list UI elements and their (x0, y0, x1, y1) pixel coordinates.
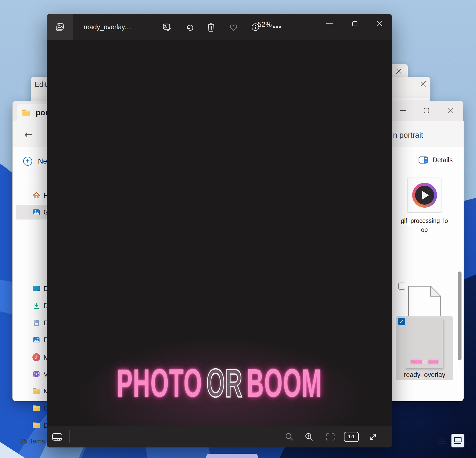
maximize-icon[interactable] (421, 105, 432, 116)
minimize-icon[interactable] (397, 105, 408, 116)
documents-icon (32, 319, 40, 327)
close-icon[interactable] (394, 66, 404, 76)
list-view-button[interactable] (438, 437, 446, 444)
back-button[interactable]: ← (22, 128, 35, 141)
gallery-icon (32, 208, 40, 216)
photos-title: ready_overlay.... (84, 14, 132, 40)
divider (69, 430, 70, 443)
close-icon[interactable] (418, 79, 428, 89)
photos-app-window[interactable]: ready_overlay.... (47, 14, 392, 447)
zoom-in-button[interactable] (301, 426, 317, 447)
desktop-icon (32, 285, 40, 293)
close-button[interactable] (367, 14, 392, 34)
folder-icon (32, 404, 40, 412)
folder-icon (22, 109, 30, 117)
image-viewport[interactable]: PHOTOORBOOM (47, 40, 392, 426)
file-name: gif_processing_lo op (390, 216, 459, 234)
file-manifest-checkbox[interactable] (398, 283, 405, 290)
zoom-level: 52% (258, 14, 272, 35)
edit-image-button[interactable] (159, 14, 175, 40)
fullscreen-button[interactable] (365, 426, 381, 447)
music-icon: ♪ (32, 353, 40, 361)
videos-icon (32, 370, 40, 378)
details-button[interactable]: Details (419, 156, 453, 164)
zoom-out-button[interactable] (281, 426, 297, 447)
file-ready-checkbox[interactable]: ✓ (398, 318, 405, 325)
play-icon (412, 183, 437, 208)
file-name[interactable]: ready_overlay (396, 371, 453, 379)
status-items-count: 35 items (20, 437, 45, 445)
details-pane-icon (419, 156, 428, 164)
delete-button[interactable] (203, 14, 219, 40)
overlay-image-text: PHOTOORBOOM (116, 363, 323, 403)
actual-size-button[interactable]: 1:1 (343, 426, 359, 447)
plus-icon: + (23, 157, 32, 166)
edit-window-title: Edit (35, 80, 47, 89)
favorite-heart-icon[interactable] (226, 14, 241, 40)
rotate-button[interactable] (182, 14, 197, 40)
folder-icon (32, 421, 40, 429)
divider (363, 430, 363, 443)
fit-to-window-button[interactable] (322, 426, 338, 447)
thumbnail-overlay-text: PHOTO OR BOOM (411, 360, 437, 365)
downloads-icon (32, 302, 40, 310)
file-gif-thumbnail[interactable] (407, 178, 441, 213)
pictures-icon (32, 336, 40, 344)
file-ready-overlay-tile[interactable]: PHOTO OR BOOM ✓ ready_overlay (396, 316, 453, 380)
address-path[interactable]: n portrait (393, 131, 423, 140)
home-icon (32, 192, 40, 199)
filmstrip-toggle-button[interactable] (49, 426, 65, 447)
thumbnail-view-button-selected[interactable] (451, 434, 464, 447)
file-ready-overlay-thumbnail: PHOTO OR BOOM (405, 319, 443, 368)
photos-app-button[interactable] (47, 14, 73, 40)
taskbar-widget[interactable] (206, 454, 258, 458)
photos-app-icon (55, 22, 65, 32)
folder-icon (32, 387, 40, 395)
close-icon[interactable] (445, 105, 455, 116)
scrollbar[interactable] (458, 271, 462, 360)
minimize-button[interactable] (317, 14, 342, 34)
explorer-caption-buttons (397, 105, 455, 116)
maximize-button[interactable] (342, 14, 367, 34)
desktop: Edit port ← n portrait (0, 0, 476, 458)
photos-statusbar (47, 426, 392, 447)
